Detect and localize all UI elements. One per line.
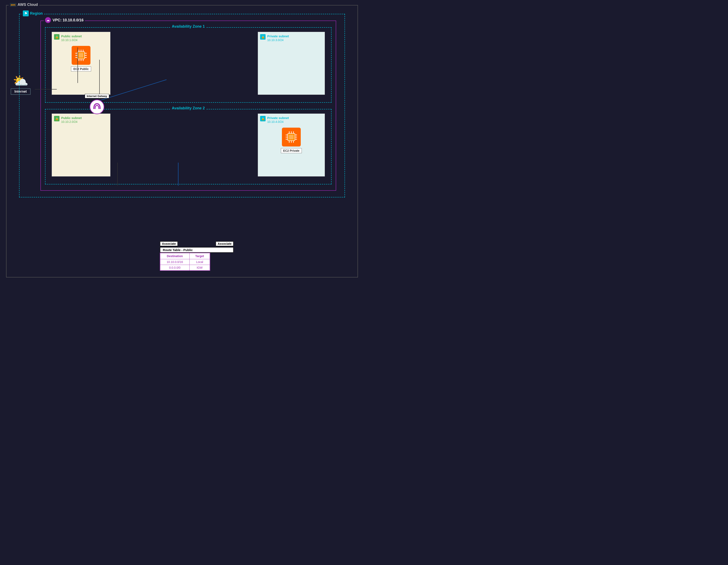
aws-cloud-label: aws AWS Cloud — [9, 3, 39, 7]
subnet2-cidr: 10.10.3.0/24 — [267, 38, 289, 42]
igw-label: Internet Getway — [85, 94, 109, 98]
route-dest-1: 10.10.0.0/16 — [160, 259, 189, 265]
subnet2-header: 🔒 Private subnet 10.10.3.0/24 — [258, 32, 325, 42]
ec2-public-label: EC2 Public — [71, 66, 91, 71]
vpc-icon: ☁ — [45, 17, 51, 23]
route-col-target: Target — [190, 253, 210, 259]
aws-badge: aws — [10, 3, 16, 7]
igw-arch-svg — [92, 102, 102, 112]
lock-icon-2: 🔒 — [260, 34, 266, 40]
ec2-private-container: EC2 Private — [258, 128, 325, 153]
route-target-1: Local — [190, 259, 210, 265]
subnet1-title: Public subnet — [61, 34, 82, 38]
route-dest-2: 0.0.0.0/0 — [160, 265, 189, 271]
subnet3-cidr: 10.10.2.0/24 — [61, 120, 82, 123]
route-table: Destination Target 10.10.0.0/16 Local 0.… — [160, 253, 210, 271]
route-row-1: 10.10.0.0/16 Local — [160, 259, 210, 265]
lock-icon-3: 🔒 — [54, 116, 59, 121]
igw-icon — [90, 99, 104, 114]
az2-box: Availability Zone 2 🔒 Public subnet 10.1… — [45, 109, 332, 184]
public-subnet-2: 🔒 Public subnet 10.10.2.0/24 — [52, 114, 110, 176]
subnet1-header: 🔒 Public subnet 10.10.1.0/24 — [52, 32, 110, 42]
az2-label: Availability Zone 2 — [170, 106, 206, 110]
subnet1-cidr: 10.10.1.0/24 — [61, 38, 82, 42]
ec2-private-label: EC2 Private — [281, 148, 302, 153]
subnet4-cidr: 10.10.4.0/24 — [267, 120, 289, 123]
associate-label-1: Associate — [160, 241, 178, 246]
ec2-public-container: EC2 Public — [52, 46, 110, 71]
vpc-box: ☁ VPC: 10.10.0.0/16 Availability Zone 1 … — [40, 21, 336, 191]
ec2-public-icon — [72, 46, 90, 65]
lock-icon-4: 🔒 — [260, 116, 266, 121]
region-icon: ⚑ — [23, 10, 29, 16]
public-subnet-1: 🔒 Public subnet 10.10.1.0/24 — [52, 32, 110, 95]
subnet4-header: 🔒 Private subnet 10.10.4.0/24 — [258, 114, 325, 123]
associate-label-2: Associate — [216, 241, 234, 246]
subnet3-title: Public subnet — [61, 116, 82, 120]
az1-box: Availability Zone 1 🔒 Public subnet 10.1… — [45, 27, 332, 103]
az1-label: Availability Zone 1 — [170, 24, 206, 29]
route-row-2: 0.0.0.0/0 IGW — [160, 265, 210, 271]
subnet2-title: Private subnet — [267, 34, 289, 38]
ec2-private-icon — [282, 128, 301, 146]
subnet4-title: Private subnet — [267, 116, 289, 120]
route-col-destination: Destination — [160, 253, 189, 259]
diagram-container: aws AWS Cloud ⛅ Internet ⚑ Region ☁ VPC:… — [4, 3, 360, 279]
region-box: ⚑ Region ☁ VPC: 10.10.0.0/16 Availabilit… — [19, 14, 345, 197]
private-subnet-1: 🔒 Private subnet 10.10.3.0/24 — [258, 32, 325, 95]
region-label: ⚑ Region — [22, 10, 44, 16]
ec2-chip-svg — [74, 48, 88, 63]
svg-rect-29 — [289, 135, 294, 139]
aws-cloud-text: AWS Cloud — [18, 3, 38, 7]
route-table-label: Route Table - Public — [160, 247, 234, 253]
subnet3-header: 🔒 Public subnet 10.10.2.0/24 — [52, 114, 110, 123]
svg-rect-14 — [79, 53, 83, 58]
vpc-label: ☁ VPC: 10.10.0.0/16 — [44, 17, 85, 23]
lock-icon-1: 🔒 — [54, 34, 59, 40]
route-table-area: Associate Associate Route Table - Public… — [160, 241, 234, 271]
igw-container: Internet Getway — [85, 94, 109, 114]
private-subnet-2: 🔒 Private subnet 10.10.4.0/24 — [258, 114, 325, 176]
aws-cloud-box: aws AWS Cloud ⛅ Internet ⚑ Region ☁ VPC:… — [6, 5, 358, 277]
route-target-2: IGW — [190, 265, 210, 271]
ec2-chip-svg-2 — [284, 130, 299, 144]
